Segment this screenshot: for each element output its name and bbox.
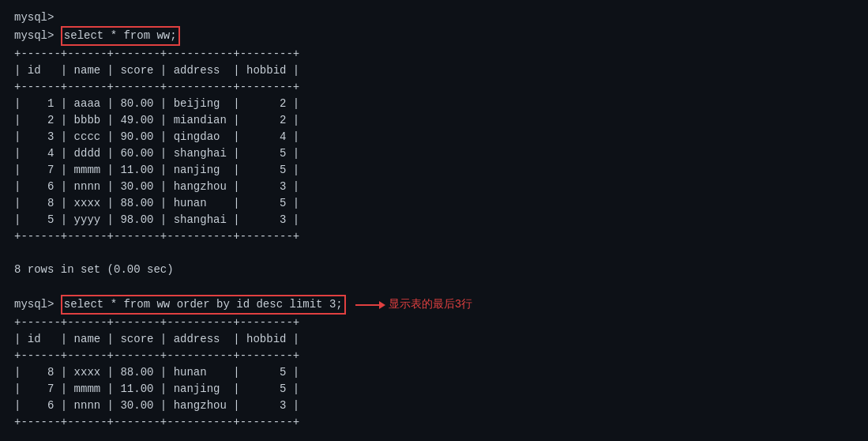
- row1-2: | 2 | bbbb | 49.00 | miandian | 2 |: [14, 112, 854, 129]
- arrow-icon: [354, 298, 385, 312]
- empty-3: [14, 431, 854, 441]
- prompt-2: mysql>: [14, 296, 54, 313]
- result-count-1: 8 rows in set (0.00 sec): [14, 262, 854, 278]
- prompt-1: mysql>: [14, 28, 54, 44]
- initial-prompt: mysql>: [14, 9, 854, 26]
- separator-header-2: +------+------+-------+----------+------…: [14, 348, 854, 364]
- command-line-2: mysql> select * from ww order by id desc…: [14, 295, 854, 315]
- row1-5: | 7 | mmmm | 11.00 | nanjing | 5 |: [14, 162, 854, 179]
- row2-3: | 6 | nnnn | 30.00 | hangzhou | 3 |: [14, 398, 854, 414]
- empty-2: [14, 278, 854, 295]
- row1-1: | 1 | aaaa | 80.00 | beijing | 2 |: [14, 96, 854, 112]
- separator-header-1: +------+------+-------+----------+------…: [14, 79, 854, 96]
- svg-marker-1: [379, 301, 385, 309]
- row1-8: | 5 | yyyy | 98.00 | shanghai | 3 |: [14, 212, 854, 228]
- separator-bottom-1: +------+------+-------+----------+------…: [14, 228, 854, 245]
- command-line-1: mysql> select * from ww;: [14, 26, 854, 46]
- table-header-1: | id | name | score | address | hobbid |: [14, 62, 854, 79]
- command-2: select * from ww order by id desc limit …: [61, 295, 346, 315]
- empty-1: [14, 245, 854, 262]
- terminal: mysql> mysql> select * from ww; +------+…: [9, 6, 859, 441]
- annotation-label: 显示表的最后3行: [389, 296, 472, 313]
- row1-4: | 4 | dddd | 60.00 | shanghai | 5 |: [14, 145, 854, 162]
- row2-1: | 8 | xxxx | 88.00 | hunan | 5 |: [14, 364, 854, 381]
- command-1: select * from ww;: [61, 26, 180, 46]
- row1-3: | 3 | cccc | 90.00 | qingdao | 4 |: [14, 129, 854, 145]
- row1-7: | 8 | xxxx | 88.00 | hunan | 5 |: [14, 195, 854, 212]
- separator-bottom-2: +------+------+-------+----------+------…: [14, 414, 854, 431]
- space-2: [54, 296, 60, 313]
- separator-top-2: +------+------+-------+----------+------…: [14, 315, 854, 331]
- separator-top-1: +------+------+-------+----------+------…: [14, 46, 854, 62]
- space-1: [54, 28, 60, 44]
- arrow-annotation: 显示表的最后3行: [354, 296, 472, 313]
- row2-2: | 7 | mmmm | 11.00 | nanjing | 5 |: [14, 381, 854, 398]
- table-header-2: | id | name | score | address | hobbid |: [14, 331, 854, 348]
- row1-6: | 6 | nnnn | 30.00 | hangzhou | 3 |: [14, 179, 854, 195]
